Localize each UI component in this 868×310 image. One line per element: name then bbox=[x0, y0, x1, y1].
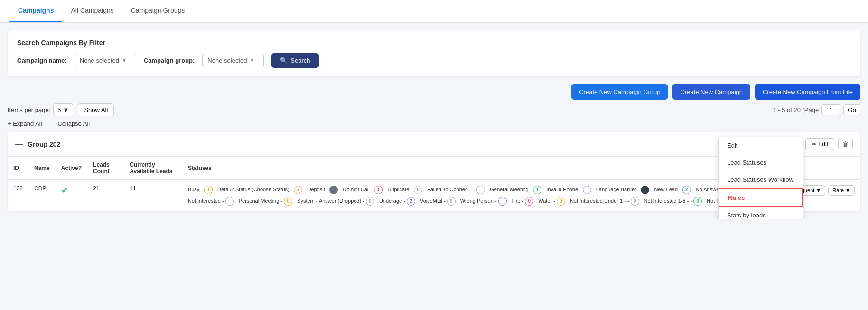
top-nav: Campaigns All Campaigns Campaign Groups bbox=[0, 0, 868, 23]
campaign-name-chevron-icon: ▼ bbox=[122, 58, 127, 63]
status-badge: 2 bbox=[407, 197, 415, 206]
group-actions: ✏ Edit 🗑 bbox=[805, 138, 853, 150]
status-item: Do Not Call - 1 bbox=[343, 185, 383, 195]
campaign-name-select[interactable]: None selected ▼ bbox=[75, 54, 136, 67]
campaign-group-label: Campaign group: bbox=[144, 57, 195, 64]
status-badge: 1 bbox=[374, 186, 383, 194]
pagination-text: 1 - 5 of 20 (Page bbox=[773, 106, 819, 113]
tab-campaign-groups[interactable]: Campaign Groups bbox=[122, 0, 194, 22]
status-label: Language Barrier - bbox=[596, 185, 640, 195]
controls-row: Items per page: 5 ▼ Show All 1 - 5 of 20… bbox=[8, 103, 860, 116]
status-item: Busy - 1 bbox=[188, 185, 213, 195]
filter-card: Search Campaigns By Filter Campaign name… bbox=[8, 30, 860, 76]
status-item: Underage - 2 bbox=[379, 197, 415, 206]
status-label: Fire - bbox=[512, 197, 524, 206]
status-badge: 2 bbox=[294, 186, 302, 194]
items-per-page-label: Items per page: bbox=[8, 106, 50, 113]
page-input[interactable] bbox=[821, 104, 840, 115]
status-label: General Meeting - bbox=[490, 185, 532, 195]
status-item: Invalid Phone - bbox=[546, 185, 591, 195]
cell-name: CDP bbox=[28, 180, 56, 211]
freq-chevron-icon: ▼ bbox=[816, 188, 821, 193]
status-item: Wrong Person - bbox=[460, 197, 507, 206]
items-per-page-control: Items per page: 5 ▼ bbox=[8, 103, 73, 116]
search-icon: 🔍 bbox=[280, 57, 288, 64]
items-per-page-select[interactable]: 5 ▼ bbox=[53, 103, 73, 116]
status-item: System - Answer (Dropped) - 0 bbox=[297, 197, 374, 206]
create-campaign-button[interactable]: Create New Campaign bbox=[672, 84, 750, 100]
group-edit-button[interactable]: ✏ Edit bbox=[805, 138, 834, 150]
status-badge: 0 bbox=[693, 197, 702, 206]
status-badge: 2 bbox=[682, 186, 691, 194]
status-item: Failed To Connec... - bbox=[427, 185, 485, 195]
col-statuses: Statuses bbox=[182, 157, 784, 180]
rare-button[interactable]: Rare ▼ bbox=[828, 185, 855, 196]
col-active: Active? bbox=[56, 157, 87, 180]
show-all-button[interactable]: Show All bbox=[78, 103, 114, 116]
status-badge: 0 bbox=[447, 197, 456, 206]
context-menu-item-lead-statuses-workflow[interactable]: Lead Statuses Workflow bbox=[719, 171, 803, 188]
status-item: New Lead - 2 bbox=[654, 185, 691, 195]
tab-campaigns[interactable]: Campaigns bbox=[9, 0, 62, 22]
status-item: Fire - 0 bbox=[512, 197, 534, 206]
status-badge: 0 bbox=[284, 197, 292, 206]
status-label: System - Answer (Dropped) - bbox=[297, 197, 364, 206]
pagination-info: 1 - 5 of 20 (Page Go bbox=[773, 104, 860, 115]
status-label: Personal Meeting - bbox=[239, 197, 282, 206]
cell-leads-count: 21 bbox=[87, 180, 124, 211]
ipp-value: 5 bbox=[57, 106, 61, 113]
campaign-group-select[interactable]: None selected ▼ bbox=[202, 54, 264, 67]
status-item: Water - 0 bbox=[538, 197, 565, 206]
status-item: Personal Meeting - 0 bbox=[239, 197, 292, 206]
status-list: Busy - 1Default Status (Choose Status) -… bbox=[188, 185, 778, 206]
cell-statuses: Busy - 1Default Status (Choose Status) -… bbox=[182, 180, 784, 211]
status-badge bbox=[329, 186, 338, 194]
expand-all-button[interactable]: + Expand All bbox=[8, 120, 42, 127]
col-leads-count: Leads Count bbox=[87, 157, 124, 180]
create-campaign-from-file-button[interactable]: Create New Campaign From File bbox=[755, 84, 860, 100]
collapse-all-button[interactable]: — Collapse All bbox=[50, 120, 90, 127]
go-button[interactable]: Go bbox=[843, 104, 860, 115]
status-label: Invalid Phone - bbox=[546, 185, 581, 195]
expand-collapse-row: + Expand All — Collapse All bbox=[8, 120, 860, 127]
status-badge: 0 bbox=[557, 197, 565, 206]
create-campaign-group-button[interactable]: Create New Campaign Group bbox=[571, 84, 668, 100]
context-menu-item-edit[interactable]: Edit bbox=[719, 137, 803, 154]
campaign-name-label: Campaign name: bbox=[17, 57, 67, 64]
context-menu-item-stats-by-leads[interactable]: Stats by leads bbox=[719, 207, 803, 219]
filter-title: Search Campaigns By Filter bbox=[17, 39, 851, 47]
status-item: Not Interested Under 1 - - 0 bbox=[570, 197, 639, 206]
status-badge: 0 bbox=[366, 197, 374, 206]
status-label: Not Interested 1-8 - - bbox=[644, 197, 692, 206]
status-label: New Lead - bbox=[654, 185, 681, 195]
campaign-group-chevron-icon: ▼ bbox=[250, 58, 254, 63]
status-badge: 0 bbox=[525, 197, 533, 206]
status-label: Not Interested - bbox=[188, 197, 224, 206]
status-badge bbox=[498, 197, 507, 206]
status-badge bbox=[583, 186, 591, 194]
status-item: Not Interested 1-8 - - 0 bbox=[644, 197, 702, 206]
table-card: — Group 202 ✏ Edit 🗑 ID Name Active? Lea… bbox=[8, 132, 860, 211]
search-button[interactable]: 🔍 Search bbox=[271, 53, 318, 68]
status-badge: 0 bbox=[414, 186, 422, 194]
status-item: VoiceMail - 0 bbox=[420, 197, 456, 206]
context-menu-item-lead-statuses[interactable]: Lead Statuses bbox=[719, 154, 803, 171]
status-badge bbox=[225, 197, 234, 206]
campaign-group-value: None selected bbox=[207, 57, 247, 64]
context-menu-item-rules[interactable]: Rules bbox=[719, 188, 803, 207]
status-badge bbox=[476, 186, 485, 194]
status-badge bbox=[641, 186, 649, 194]
col-id: ID bbox=[8, 157, 28, 180]
tab-all-campaigns[interactable]: All Campaigns bbox=[62, 0, 122, 22]
status-label: Deposit - bbox=[307, 185, 328, 195]
group-collapse-icon[interactable]: — bbox=[15, 140, 23, 149]
status-label: Wrong Person - bbox=[460, 197, 497, 206]
status-item: Duplicate - 0 bbox=[387, 185, 422, 195]
status-badge: 1 bbox=[533, 186, 541, 194]
group-delete-button[interactable]: 🗑 bbox=[838, 138, 853, 150]
tab-bar: Campaigns All Campaigns Campaign Groups bbox=[0, 0, 868, 23]
trash-icon: 🗑 bbox=[842, 141, 849, 148]
active-check-icon: ✔ bbox=[61, 186, 68, 195]
context-menu: EditLead StatusesLead Statuses WorkflowR… bbox=[718, 137, 803, 219]
action-bar: Create New Campaign Group Create New Cam… bbox=[8, 84, 860, 100]
